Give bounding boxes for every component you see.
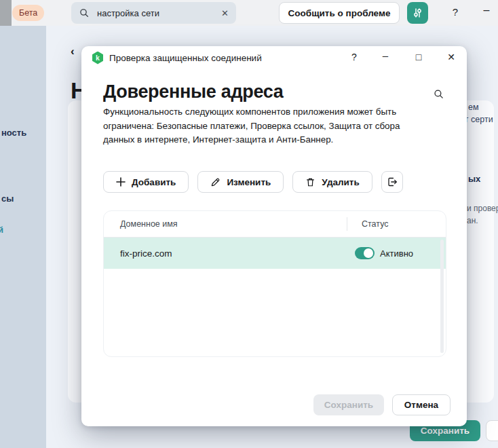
minimize-button[interactable]: – xyxy=(480,4,493,16)
table-header: Доменное имя Статус xyxy=(104,211,446,238)
column-header-status: Статус xyxy=(362,219,389,229)
export-button[interactable] xyxy=(381,171,403,193)
add-button-label: Добавить xyxy=(132,177,176,187)
table-search-icon[interactable] xyxy=(433,88,444,100)
nav-sidebar: ность сы й xyxy=(0,26,46,448)
beta-badge: Бета xyxy=(12,5,44,21)
report-problem-button[interactable]: Сообщить о проблеме xyxy=(279,2,400,24)
window-edge-strip xyxy=(0,0,12,26)
column-header-domain: Доменное имя xyxy=(104,219,178,229)
dialog-description: Функциональность следующих компонентов п… xyxy=(103,105,432,147)
dialog-minimize-button[interactable]: – xyxy=(379,50,392,61)
clear-search-icon[interactable]: ✕ xyxy=(221,8,229,18)
table-scrollbar[interactable] xyxy=(440,240,444,353)
domain-cell: fix-price.com xyxy=(104,248,172,259)
top-bar: Бета ✕ Сообщить о проблеме ? – xyxy=(0,0,498,26)
sidebar-item-fragment[interactable]: сы xyxy=(1,193,14,204)
search-icon xyxy=(79,7,90,18)
settings-button[interactable] xyxy=(407,2,428,24)
dialog-maximize-button[interactable]: □ xyxy=(412,52,425,62)
page-secondary-button[interactable] xyxy=(486,420,498,441)
dialog-title: Проверка защищенных соединений xyxy=(109,53,262,63)
dialog-footer: Сохранить Отмена xyxy=(313,394,451,415)
table-row[interactable]: fix-price.com Активно xyxy=(104,238,446,269)
bg-text-fragment: г серти xyxy=(465,115,493,124)
status-toggle[interactable] xyxy=(355,247,375,259)
table-toolbar: Добавить Изменить Удалить xyxy=(103,171,403,193)
dialog-heading: Доверенные адреса xyxy=(103,81,284,102)
bg-text-fragment: ан. xyxy=(467,216,478,225)
delete-button[interactable]: Удалить xyxy=(292,171,372,193)
delete-button-label: Удалить xyxy=(322,177,359,187)
sliders-icon xyxy=(413,7,423,18)
edit-button[interactable]: Изменить xyxy=(197,171,284,193)
column-separator xyxy=(347,217,347,231)
sidebar-item-fragment[interactable]: ность xyxy=(1,128,26,138)
kaspersky-logo-icon: k xyxy=(92,52,103,64)
sidebar-item-fragment[interactable]: й xyxy=(0,225,3,235)
bg-text-fragment: и провер xyxy=(467,204,498,213)
pencil-icon xyxy=(210,177,221,187)
trusted-addresses-table: Доменное имя Статус fix-price.com Активн… xyxy=(103,210,446,357)
back-chevron-icon[interactable]: ‹ xyxy=(71,45,75,58)
edit-button-label: Изменить xyxy=(227,177,271,187)
dialog-close-icon[interactable]: ✕ xyxy=(444,52,458,62)
cancel-button[interactable]: Отмена xyxy=(392,394,451,415)
global-search[interactable]: ✕ xyxy=(71,2,236,24)
plus-icon xyxy=(116,177,126,187)
help-button[interactable]: ? xyxy=(449,6,461,18)
dialog-help-button[interactable]: ? xyxy=(347,52,361,62)
add-button[interactable]: Добавить xyxy=(103,171,189,193)
app-window: Бета ✕ Сообщить о проблеме ? – ность сы … xyxy=(0,0,498,448)
save-button[interactable]: Сохранить xyxy=(313,394,384,415)
bg-text-fragment: ем xyxy=(468,102,479,112)
dialog-title-bar: k Проверка защищенных соединений ? – □ ✕ xyxy=(81,46,467,69)
search-input[interactable] xyxy=(96,7,221,19)
status-label: Активно xyxy=(380,248,413,259)
trusted-addresses-dialog: k Проверка защищенных соединений ? – □ ✕… xyxy=(81,46,467,426)
trash-icon xyxy=(305,177,315,187)
export-icon xyxy=(387,176,398,187)
bg-text-fragment: ых xyxy=(468,174,480,184)
